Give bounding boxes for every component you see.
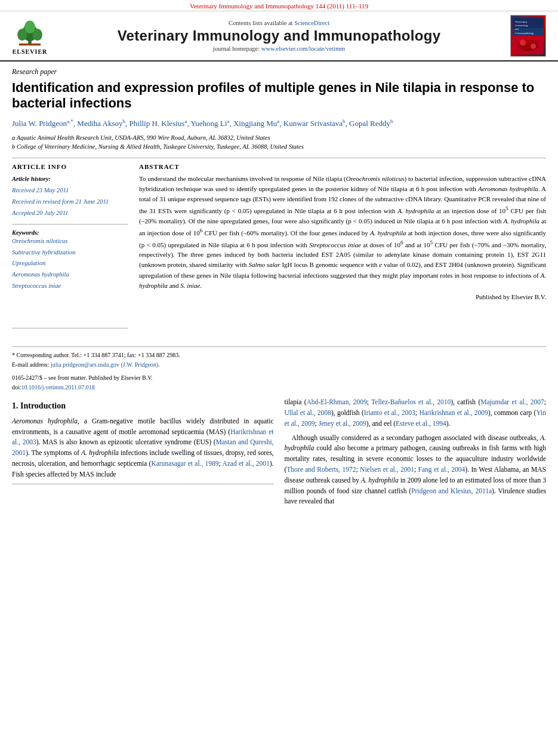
author-reddy: Gopal Reddyb <box>349 119 393 128</box>
contents-label: Contents lists available at <box>229 20 293 26</box>
abstract-column: ABSTRACT To understand the molecular mec… <box>139 163 546 333</box>
elsevier-logo-block: ELSEVIER <box>8 17 51 55</box>
ref-pridgeon-2011a[interactable]: Pridgeon and Klesius, 2011a <box>411 487 492 494</box>
ref-thore-1972[interactable]: Thore and Roberts, 1972 <box>286 466 356 473</box>
body-two-columns: 1. Introduction Aeromonas hydrophila, a … <box>12 397 546 511</box>
elsevier-tree-icon <box>12 17 48 47</box>
author-li: Yuehong Lia <box>190 119 229 128</box>
keyword-5: Streptococcus iniae <box>12 281 128 292</box>
symptoms-text: The symptoms <box>31 449 72 456</box>
homepage-label: journal homepage: <box>213 45 260 52</box>
ref-ullal-2008[interactable]: Ullal et al., 2008 <box>285 409 331 416</box>
body-col-left: 1. Introduction Aeromonas hydrophila, a … <box>12 397 274 511</box>
author-pridgeon: Julia W. Pridgeona,* <box>12 119 73 128</box>
keyword-2: Subtractive hybridization <box>12 247 128 259</box>
ref-harikrishnan-2009[interactable]: Harikrishnan et al., 2009 <box>419 409 488 416</box>
article-title: Identification and expression profiles o… <box>12 80 546 112</box>
issn-line: 0165-2427/$ – see front matter. Publishe… <box>12 373 546 383</box>
ref-majumdar-2007[interactable]: Majumdar et al., 2007 <box>480 398 544 405</box>
journal-cover-thumbnail: Veterinary Immunology and Immunopatholog… <box>507 15 550 57</box>
ref-fang-2004[interactable]: Fang et al., 2004 <box>418 466 465 473</box>
ref-irianto-2003[interactable]: Irianto et al., 2003 <box>364 409 415 416</box>
svg-text:Immunology: Immunology <box>515 24 528 27</box>
footnote-email: E-mail address: julia.pridgeon@ars.usda.… <box>12 360 546 370</box>
ref-karunasagar-1989[interactable]: Karunasagar et al., 1989 <box>151 460 218 467</box>
footer-footnotes: * Corresponding author. Tel.: +1 334 887… <box>0 346 558 392</box>
journal-main-title: Veterinary Immunology and Immunopatholog… <box>57 27 501 44</box>
email-link[interactable]: julia.pridgeon@ars.usda.gov (J.W. Pridge… <box>51 361 160 368</box>
intro-title: Introduction <box>20 401 66 410</box>
sciencedirect-link[interactable]: ScienceDirect <box>294 20 329 26</box>
main-content: Research paper Identification and expres… <box>0 62 558 339</box>
authors-line: Julia W. Pridgeona,*, Mediha Aksoyb, Phi… <box>12 118 546 130</box>
journal-header: ELSEVIER Contents lists available at Sci… <box>0 11 558 62</box>
abstract-text: To understand the molecular mechanisms i… <box>139 174 546 290</box>
keywords-section: Keywords: Oreochromis niloticus Subtract… <box>12 229 128 292</box>
elsevier-wordmark: ELSEVIER <box>13 48 48 55</box>
abstract-label: ABSTRACT <box>139 163 546 170</box>
email-label: E-mail address: <box>12 361 49 368</box>
author-srivastava: Kunwar Srivastavab <box>283 119 346 128</box>
body-col-right: tilapia (Abd-El-Rhman, 2009; Tellez-Bañu… <box>285 397 547 511</box>
svg-point-4 <box>24 20 35 33</box>
footnote-star-item: * Corresponding author. Tel.: +1 334 887… <box>12 351 546 360</box>
body-section: 1. Introduction Aeromonas hydrophila, a … <box>0 397 558 511</box>
article-history-block: Article history: Received 23 May 2011 Re… <box>12 174 128 219</box>
revised-date: Received in revised form 21 June 2011 <box>12 196 128 208</box>
intro-para-right-2: Although usually considered as a seconda… <box>285 433 547 508</box>
issn-doi-block: 0165-2427/$ – see front matter. Publishe… <box>12 373 546 392</box>
svg-text:Immunopathology: Immunopathology <box>515 32 534 35</box>
intro-heading: 1. Introduction <box>12 399 274 413</box>
ref-azad-2001[interactable]: Azad et al., 2001 <box>222 460 269 467</box>
ref-abdel-2009[interactable]: Abd-El-Rhman, 2009 <box>306 398 366 405</box>
svg-text:and: and <box>515 28 519 30</box>
intro-number: 1. <box>12 401 19 410</box>
intro-para-right-1: tilapia (Abd-El-Rhman, 2009; Tellez-Bañu… <box>285 397 547 429</box>
keywords-divider <box>12 328 128 328</box>
svg-point-15 <box>531 44 536 49</box>
keywords-label: Keywords: <box>12 229 128 236</box>
homepage-url[interactable]: www.elsevier.com/locate/vetimm <box>261 45 345 52</box>
keyword-4: Aeromonas hydrophila <box>12 269 128 281</box>
ref-esteve-1994[interactable]: Esteve et al., 1994 <box>396 420 446 427</box>
affiliation-b: b College of Veterinary Medicine, Nursin… <box>12 142 546 152</box>
accepted-date: Accepted 20 July 2011 <box>12 208 128 219</box>
ref-jeney-2009[interactable]: Jeney et al., 2009 <box>319 420 366 427</box>
ref-tellez-2010[interactable]: Tellez-Bañuelos et al., 2010 <box>371 398 451 405</box>
journal-cover-image: Veterinary Immunology and Immunopatholog… <box>510 15 546 57</box>
published-line: Published by Elsevier B.V. <box>139 293 546 300</box>
doi-line: doi:10.1016/j.vetimm.2011.07.018 <box>12 383 546 392</box>
author-klesius: Phillip H. Klesiusa <box>130 119 187 128</box>
header-divider <box>12 158 546 158</box>
keyword-3: Upregulation <box>12 258 128 269</box>
contents-line: Contents lists available at ScienceDirec… <box>57 20 501 26</box>
info-abstract-columns: ARTICLE INFO Article history: Received 2… <box>12 163 546 333</box>
svg-rect-5 <box>19 43 41 45</box>
article-info-column: ARTICLE INFO Article history: Received 2… <box>12 163 128 333</box>
author-aksoy: Mediha Aksoyb <box>77 119 125 128</box>
svg-point-16 <box>525 37 532 44</box>
affiliations-block: a Aquatic Animal Health Research Unit, U… <box>12 133 546 152</box>
footer-divider <box>12 346 546 347</box>
footnote-left: * Corresponding author. Tel.: +1 334 887… <box>12 351 546 370</box>
intro-para-1: Aeromonas hydrophila, a Gram-negative mo… <box>12 416 274 480</box>
article-info-label: ARTICLE INFO <box>12 163 128 170</box>
footnote-star-label: * Corresponding author. Tel.: +1 334 887… <box>12 352 180 358</box>
affiliation-a: a Aquatic Animal Health Research Unit, U… <box>12 133 546 143</box>
history-label: Article history: <box>12 174 128 185</box>
received-date: Received 23 May 2011 <box>12 185 128 196</box>
article-type-label: Research paper <box>12 67 546 76</box>
author-mu: Xingjiang Mua <box>233 119 279 128</box>
journal-citation-bar: Veterinary Immunology and Immunopatholog… <box>0 0 558 11</box>
journal-title-block: Contents lists available at ScienceDirec… <box>57 20 501 52</box>
doi-link[interactable]: 10.1016/j.vetimm.2011.07.018 <box>21 384 95 391</box>
ref-nielsen-2001[interactable]: Nielsen et al., 2001 <box>360 466 414 473</box>
svg-text:Veterinary: Veterinary <box>515 20 527 23</box>
keywords-list: Oreochromis niloticus Subtractive hybrid… <box>12 236 128 292</box>
keyword-1: Oreochromis niloticus <box>12 236 128 247</box>
history-divider <box>12 224 128 225</box>
homepage-line: journal homepage: www.elsevier.com/locat… <box>57 45 501 52</box>
col-left-footnote <box>12 484 274 488</box>
journal-citation-text: Veterinary Immunology and Immunopatholog… <box>190 2 368 10</box>
